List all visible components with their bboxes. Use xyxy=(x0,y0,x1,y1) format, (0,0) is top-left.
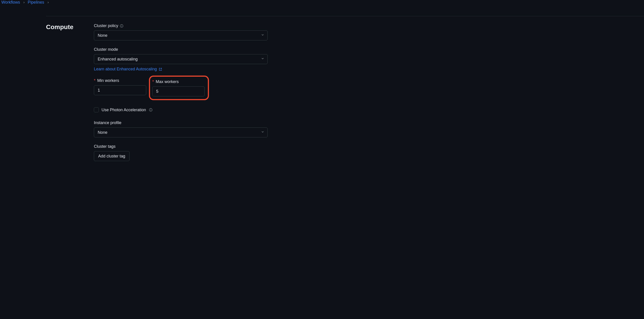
help-link-text: Learn about Enhanced Autoscaling xyxy=(94,67,157,72)
chevron-right-icon xyxy=(22,1,26,4)
breadcrumb-workflows[interactable]: Workflows xyxy=(1,0,20,5)
chevron-right-icon xyxy=(46,1,50,4)
external-link-icon xyxy=(159,68,162,71)
max-workers-label: Max workers xyxy=(156,80,179,84)
add-cluster-tag-button[interactable]: Add cluster tag xyxy=(94,151,130,161)
photon-checkbox[interactable] xyxy=(94,108,99,112)
cluster-policy-label: Cluster policy xyxy=(94,24,118,28)
max-workers-input[interactable] xyxy=(152,86,205,96)
breadcrumb: Workflows Pipelines xyxy=(0,0,644,5)
photon-label: Use Photon Acceleration xyxy=(102,108,146,112)
cluster-policy-value: None xyxy=(98,33,108,38)
max-workers-highlight: * Max workers xyxy=(149,76,209,100)
info-icon[interactable] xyxy=(120,24,124,28)
cluster-mode-value: Enhanced autoscaling xyxy=(98,57,138,62)
enhanced-autoscaling-help-link[interactable]: Learn about Enhanced Autoscaling xyxy=(94,67,162,72)
min-workers-label: Min workers xyxy=(97,78,119,83)
required-asterisk: * xyxy=(152,80,154,84)
cluster-policy-select[interactable]: None xyxy=(94,30,268,40)
breadcrumb-pipelines[interactable]: Pipelines xyxy=(28,0,44,5)
instance-profile-select[interactable]: None xyxy=(94,128,268,138)
cluster-mode-label: Cluster mode xyxy=(94,47,118,52)
section-title-compute: Compute xyxy=(46,24,94,31)
required-asterisk: * xyxy=(94,78,96,83)
instance-profile-value: None xyxy=(98,130,108,135)
min-workers-input[interactable] xyxy=(94,85,146,95)
instance-profile-label: Instance profile xyxy=(94,120,122,125)
cluster-tags-label: Cluster tags xyxy=(94,144,116,149)
cluster-mode-select[interactable]: Enhanced autoscaling xyxy=(94,54,268,64)
info-icon[interactable] xyxy=(149,108,152,112)
svg-point-3 xyxy=(150,109,151,109)
add-cluster-tag-label: Add cluster tag xyxy=(98,154,125,158)
